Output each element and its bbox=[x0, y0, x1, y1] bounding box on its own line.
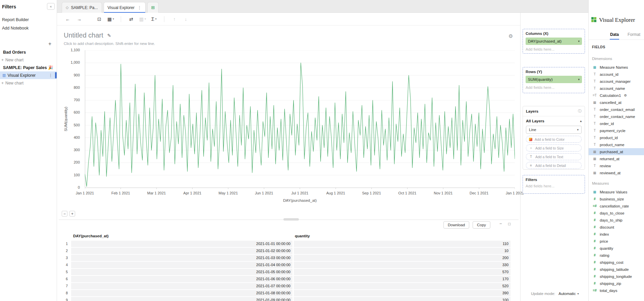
measure-field-item[interactable]: # business_size bbox=[589, 195, 644, 202]
dimension-field-item[interactable]: ▦ cancelled_at bbox=[589, 99, 644, 106]
zoom-in-button[interactable]: + bbox=[69, 211, 75, 217]
field-label: purchased_at bbox=[600, 150, 623, 154]
y-axis-title: SUM(quantity) bbox=[64, 107, 68, 131]
dimension-field-item[interactable]: T review bbox=[589, 162, 644, 169]
measure-field-item[interactable]: # index bbox=[589, 231, 644, 238]
sidebar-tree-item[interactable]: + New chart bbox=[0, 56, 57, 64]
field-pill[interactable]: DAY(purchased_at) ▾ bbox=[526, 38, 582, 45]
panel-resize-handle[interactable] bbox=[283, 218, 299, 221]
dimension-field-item[interactable]: ▦ Measure Names bbox=[589, 64, 644, 71]
measure-field-item[interactable]: # shipping_zip bbox=[589, 280, 644, 287]
dimension-field-item[interactable]: ▦ reviewed_at bbox=[589, 169, 644, 176]
collapse-results-icon[interactable]: − bbox=[499, 221, 502, 226]
dimension-field-item[interactable]: T order_contact_email bbox=[589, 106, 644, 113]
rows-shelf[interactable]: Rows (Y) SUM(quantity) ▾ Add fields here… bbox=[523, 67, 585, 93]
tab-sample-notebook[interactable]: ◇ SAMPLE: Pa... bbox=[62, 2, 102, 13]
copy-button[interactable]: Copy bbox=[473, 221, 490, 229]
tab-data[interactable]: Data bbox=[610, 32, 619, 40]
tab-format[interactable]: Format bbox=[627, 32, 641, 40]
present-button[interactable]: ⊡ bbox=[95, 15, 103, 23]
new-view-tab[interactable]: ⊞ bbox=[147, 2, 159, 13]
x-axis-tick-label: Sep 1 2021 bbox=[362, 191, 381, 195]
dimension-field-item[interactable]: T order_contact_name bbox=[589, 113, 644, 120]
column-header-date: DAY(purchased_at) bbox=[73, 234, 109, 238]
field-pill[interactable]: SUM(quantity) ▾ bbox=[526, 76, 582, 83]
columns-shelf[interactable]: Columns (X) DAY(purchased_at) ▾ Add fiel… bbox=[523, 29, 585, 54]
kebab-icon[interactable]: ⋮ bbox=[49, 73, 53, 78]
chart-options-button[interactable]: ▦ ▾ bbox=[107, 15, 115, 23]
sidebar-menu-item[interactable]: Add Notebook bbox=[0, 24, 57, 32]
measure-field-item[interactable]: # quantity bbox=[589, 245, 644, 252]
dimension-field-item[interactable]: T account_name bbox=[589, 85, 644, 92]
chevron-down-icon[interactable]: ▾ bbox=[578, 78, 580, 81]
sidebar-menu-item[interactable]: Report Builder bbox=[0, 15, 57, 24]
dimension-field-item[interactable]: =T Calculation1 ⚙ bbox=[589, 92, 644, 99]
field-drop-target[interactable]: ○ Add a field to Size bbox=[526, 144, 582, 152]
measure-field-item[interactable]: # shipping_cost bbox=[589, 259, 644, 266]
swap-axes-button[interactable]: ⇄ bbox=[127, 15, 135, 23]
chart-description-placeholder[interactable]: Click to add chart description. Shift-en… bbox=[64, 42, 155, 46]
toolbar-button[interactable] bbox=[121, 16, 121, 22]
all-layers-header[interactable]: All Layers ▴ bbox=[523, 116, 585, 126]
measure-field-item[interactable]: # discount bbox=[589, 224, 644, 231]
field-drop-target[interactable]: T Add a field to Text bbox=[526, 153, 582, 160]
field-type-icon: T bbox=[592, 72, 597, 76]
dimension-field-item[interactable]: T order_id bbox=[589, 120, 644, 127]
forward-button[interactable]: → bbox=[75, 15, 83, 23]
aggregate-button[interactable]: Σ ▾ bbox=[150, 15, 158, 23]
date-cell: 2021-01-02 00:00:00 bbox=[71, 248, 292, 254]
expand-results-icon[interactable]: □ bbox=[508, 222, 511, 226]
measure-field-item[interactable]: # price bbox=[589, 238, 644, 245]
chart-title[interactable]: Untitled chart bbox=[64, 32, 103, 39]
date-cell: 2021-01-08 00:00:00 bbox=[71, 290, 292, 296]
measure-field-item[interactable]: # shipping_longitude bbox=[589, 273, 644, 280]
dimension-field-item[interactable]: T account_id bbox=[589, 71, 644, 78]
field-drop-target[interactable]: ≡ Add a field to Detail bbox=[526, 162, 582, 169]
tree-item-label: New chart bbox=[5, 58, 23, 62]
tree-item-icon: + bbox=[1, 81, 4, 85]
chart-settings-gear-icon[interactable]: ⚙ bbox=[508, 33, 513, 39]
update-mode-select[interactable]: Automatic ▾ bbox=[558, 292, 579, 296]
filters-shelf[interactable]: Filters Add fields here... bbox=[523, 175, 585, 194]
back-button[interactable]: ← bbox=[64, 15, 72, 23]
sidebar-tree-item[interactable]: ▥ Visual Explorer ⋮ bbox=[0, 71, 57, 79]
mark-type-select[interactable]: Line ▾ bbox=[526, 126, 582, 134]
measure-field-item[interactable]: =# cancellation_rate bbox=[589, 202, 644, 209]
sidebar-tree-item[interactable]: Bad Orders bbox=[0, 48, 57, 56]
chevron-down-icon[interactable]: ▾ bbox=[578, 40, 580, 43]
dimension-field-item[interactable]: T account_manager bbox=[589, 78, 644, 85]
measure-field-item[interactable]: =# total_days bbox=[589, 287, 644, 294]
dimension-field-item[interactable]: T product_name bbox=[589, 141, 644, 148]
sidebar-collapse-button[interactable]: « bbox=[47, 3, 55, 10]
sidebar-tree-item[interactable]: + New chart bbox=[0, 79, 57, 87]
sidebar-tree-item[interactable]: SAMPLE: Paper Sales 🎉 bbox=[0, 64, 57, 71]
info-icon[interactable]: ⓘ bbox=[578, 109, 582, 114]
measure-field-item[interactable]: # days_to_ship bbox=[589, 217, 644, 224]
measure-field-item[interactable]: ▦ Measure Values bbox=[589, 188, 644, 195]
dimension-field-item[interactable]: T product_id bbox=[589, 134, 644, 141]
measure-field-item[interactable]: # days_to_close bbox=[589, 209, 644, 217]
drop-target-icon: ≡ bbox=[529, 164, 533, 167]
tab-visual-explorer[interactable]: Visual Explorer ⋮ bbox=[104, 2, 146, 13]
download-button[interactable]: Download bbox=[443, 221, 469, 229]
measure-field-item[interactable]: # rating bbox=[589, 252, 644, 259]
line-chart-plot-area[interactable] bbox=[85, 50, 515, 190]
toolbar-button[interactable] bbox=[164, 16, 164, 22]
sort-ascending-button[interactable]: ↑ bbox=[170, 15, 178, 23]
measure-field-item[interactable]: # shipping_latitude bbox=[589, 266, 644, 273]
gear-icon[interactable]: ⚙ bbox=[624, 94, 627, 97]
dimension-field-item[interactable]: T payment_cycle bbox=[589, 127, 644, 134]
dimension-field-item[interactable]: ▦ returned_at bbox=[589, 155, 644, 162]
zoom-out-button[interactable]: − bbox=[62, 211, 67, 217]
app-title: Visual Explorer bbox=[599, 17, 635, 23]
chart-type-button[interactable]: ▥ ▾ bbox=[139, 15, 147, 23]
field-label: quantity bbox=[600, 246, 613, 250]
tree-item-label: Bad Orders bbox=[3, 50, 26, 55]
edit-title-pencil-icon[interactable]: ✎ bbox=[107, 33, 111, 38]
add-notebook-button[interactable]: + bbox=[48, 41, 51, 47]
sort-descending-button[interactable]: ↓ bbox=[182, 15, 190, 23]
y-axis-tick-label: 900 bbox=[74, 73, 80, 77]
dimension-field-item[interactable]: ▦ purchased_at bbox=[589, 148, 644, 155]
field-drop-target[interactable]: Add a field to Color bbox=[526, 136, 582, 143]
kebab-icon[interactable]: ⋮ bbox=[138, 5, 142, 10]
